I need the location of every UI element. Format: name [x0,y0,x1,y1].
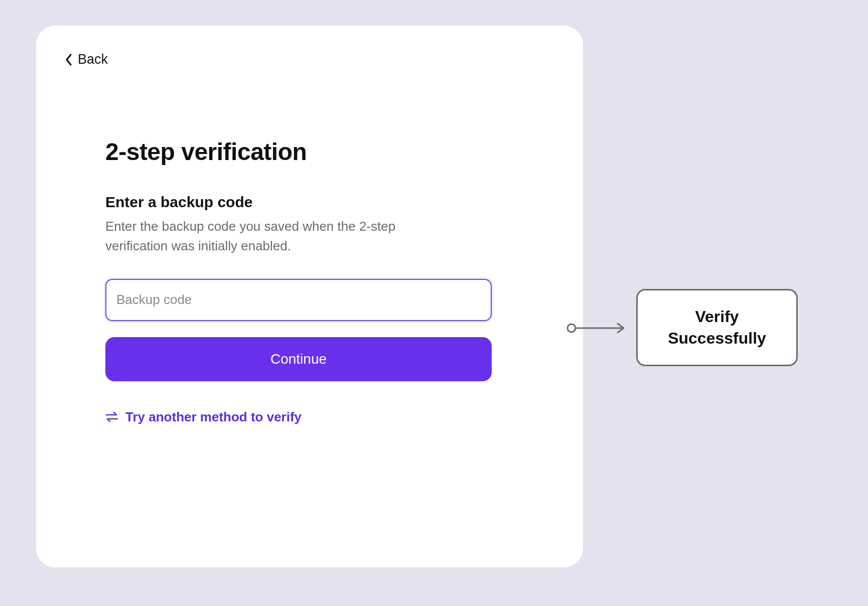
backup-code-field-wrap [105,279,514,321]
swap-arrows-icon [105,412,118,422]
card-content: 2-step verification Enter a backup code … [105,138,514,425]
page-title: 2-step verification [105,138,514,166]
verify-success-node: Verify Successfully [636,289,798,366]
try-another-method-link[interactable]: Try another method to verify [105,409,302,425]
back-label: Back [78,52,108,67]
verification-card: Back 2-step verification Enter a backup … [36,26,583,567]
flow-arrow-icon [566,321,632,336]
verify-success-label: Verify Successfully [668,306,766,349]
chevron-left-icon [65,54,73,66]
page-subtitle: Enter a backup code [105,194,514,211]
back-button[interactable]: Back [65,52,108,67]
continue-button[interactable]: Continue [105,337,492,381]
svg-point-0 [567,324,575,332]
page-description: Enter the backup code you saved when the… [105,217,426,256]
backup-code-input[interactable] [105,279,492,321]
try-another-method-label: Try another method to verify [125,409,302,425]
